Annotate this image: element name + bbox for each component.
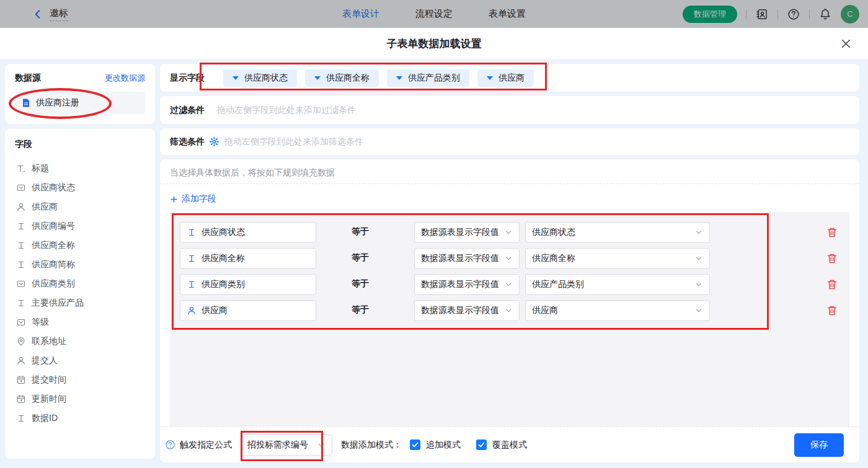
divider	[809, 9, 810, 19]
field-item[interactable]: 联系地址	[15, 332, 145, 351]
checkbox-checked-icon[interactable]	[476, 439, 487, 450]
rule-target-field-label: 供应商类别	[202, 279, 245, 290]
rule-source-select[interactable]: 数据源表显示字段值	[414, 222, 520, 243]
rule-target-field[interactable]: 供应商	[180, 300, 316, 321]
help-circle-icon[interactable]	[165, 439, 175, 450]
field-item[interactable]: 提交人	[15, 351, 145, 370]
save-button[interactable]: 保存	[794, 433, 844, 457]
field-item-label: 等级	[32, 317, 49, 328]
rule-operator-label: 等于	[352, 252, 369, 263]
rule-value-select[interactable]: 供应产品类别	[525, 274, 710, 295]
display-field-tag-label: 供应商全称	[326, 73, 370, 84]
field-item[interactable]: 供应商类别	[15, 274, 145, 293]
field-item-label: 供应商简称	[32, 259, 75, 270]
title-icon	[16, 164, 26, 174]
filter-condition-card[interactable]: 过滤条件 拖动左侧字段到此处来添加过滤条件	[160, 96, 859, 124]
display-field-tag[interactable]: 供应商状态	[223, 69, 297, 87]
delete-rule-trash-icon[interactable]	[826, 278, 838, 291]
rule-value-select-value: 供应商全称	[532, 253, 575, 264]
change-datasource-link[interactable]: 更改数据源	[105, 73, 145, 84]
formula-select[interactable]: 招投标需求编号	[241, 435, 332, 456]
display-fields-label: 显示字段	[170, 73, 205, 84]
avatar[interactable]: C	[841, 5, 859, 24]
datasource-item[interactable]: 供应商注册	[15, 92, 145, 114]
field-item[interactable]: 数据ID	[15, 408, 145, 428]
rule-value-select[interactable]: 供应商状态	[525, 222, 710, 243]
field-item[interactable]: 等级	[15, 312, 145, 332]
bell-icon[interactable]	[818, 7, 832, 21]
data-add-mode-label: 数据添加模式：	[341, 439, 402, 451]
rule-operator-label: 等于	[352, 304, 369, 316]
document-icon	[21, 98, 31, 108]
rule-value-select[interactable]: 供应商	[525, 300, 710, 321]
rule-target-field[interactable]: 供应商全称	[180, 248, 316, 269]
dropdown-arrow-icon	[487, 76, 493, 80]
display-field-tag[interactable]: 供应产品类别	[387, 69, 469, 87]
field-item-label: 提交时间	[32, 374, 66, 386]
rule-source-select[interactable]: 数据源表显示字段值	[414, 248, 520, 269]
rule-target-field-label: 供应商	[202, 305, 228, 316]
topbar-tab-1[interactable]: 表单设计	[342, 8, 379, 20]
contacts-icon[interactable]	[755, 7, 769, 21]
field-item-label: 供应商	[32, 201, 58, 213]
topbar-tab-3[interactable]: 表单设置	[489, 8, 526, 20]
checkbox-checked-icon[interactable]	[410, 439, 420, 450]
plus-icon	[170, 195, 178, 203]
rule-source-select-value: 数据源表显示字段值	[421, 227, 499, 238]
field-item[interactable]: 供应商简称	[15, 255, 145, 274]
help-icon[interactable]	[787, 7, 800, 21]
dropdown-arrow-icon	[314, 76, 321, 80]
delete-rule-trash-icon[interactable]	[826, 304, 838, 317]
screen-condition-card[interactable]: 筛选条件 拖动左侧字段到此处来添加筛选条件	[160, 128, 859, 155]
rule-value-select-value: 供应产品类别	[532, 279, 584, 290]
top-bar: 邀标 表单设计流程设定表单设置 数据管理 C	[0, 0, 868, 28]
rule-source-select[interactable]: 数据源表显示字段值	[414, 300, 520, 321]
mode-checkbox-label: 追加模式	[426, 439, 461, 451]
chevron-down-icon	[504, 306, 513, 315]
rule-operator-label: 等于	[352, 226, 369, 237]
datasource-item-label: 供应商注册	[36, 97, 79, 108]
field-item[interactable]: 更新时间	[15, 389, 145, 408]
delete-rule-trash-icon[interactable]	[826, 226, 838, 239]
screen-condition-label: 筛选条件	[170, 136, 205, 148]
dropdown-arrow-icon	[232, 76, 239, 80]
field-item-label: 供应商编号	[32, 221, 75, 232]
field-item[interactable]: 供应商状态	[15, 178, 145, 197]
chevron-down-icon	[694, 306, 703, 315]
delete-rule-trash-icon[interactable]	[826, 252, 838, 265]
fields-card: 字段 标题供应商状态供应商供应商编号供应商全称供应商简称供应商类别主要供应产品等…	[5, 129, 155, 459]
rule-target-field-label: 供应商全称	[202, 253, 245, 264]
topbar-tab-2[interactable]: 流程设定	[415, 8, 453, 20]
field-item[interactable]: 供应商编号	[15, 216, 145, 236]
text-icon	[187, 280, 197, 289]
rule-source-select-value: 数据源表显示字段值	[421, 305, 499, 316]
divider	[746, 9, 746, 19]
field-item[interactable]: 标题	[15, 159, 145, 178]
display-field-tag-label: 供应产品类别	[408, 73, 460, 84]
mode-checkbox-item[interactable]: 覆盖模式	[476, 439, 527, 451]
mode-checkbox-item[interactable]: 追加模式	[410, 439, 461, 451]
field-item[interactable]: 提交时间	[15, 370, 145, 389]
text-icon	[187, 254, 197, 263]
display-field-tag[interactable]: 供应商全称	[305, 69, 379, 87]
fill-rules-hint: 当选择具体数据后，将按如下规则填充数据	[170, 167, 335, 179]
rule-value-select-value: 供应商状态	[532, 227, 575, 238]
add-field-button[interactable]: 添加字段	[170, 193, 216, 205]
data-manage-button[interactable]: 数据管理	[683, 6, 737, 23]
rule-value-select[interactable]: 供应商全称	[525, 248, 710, 269]
field-item[interactable]: 供应商全称	[15, 236, 145, 255]
field-item[interactable]: 主要供应产品	[15, 293, 145, 312]
field-item-label: 供应商全称	[32, 240, 75, 251]
display-field-tag[interactable]: 供应商	[477, 69, 534, 87]
rule-target-field[interactable]: 供应商状态	[180, 222, 316, 243]
rule-row: 供应商状态等于数据源表显示字段值供应商状态	[170, 222, 849, 243]
display-field-tags: 供应商状态供应商全称供应产品类别供应商	[223, 69, 534, 87]
person-icon	[16, 202, 26, 212]
rule-row: 供应商等于数据源表显示字段值供应商	[170, 300, 849, 321]
field-item[interactable]: 供应商	[15, 197, 145, 216]
fields-title: 字段	[15, 139, 145, 150]
gear-icon[interactable]	[209, 136, 219, 147]
close-icon[interactable]	[838, 36, 853, 51]
rule-target-field[interactable]: 供应商类别	[180, 274, 316, 295]
rule-source-select[interactable]: 数据源表显示字段值	[414, 274, 520, 295]
